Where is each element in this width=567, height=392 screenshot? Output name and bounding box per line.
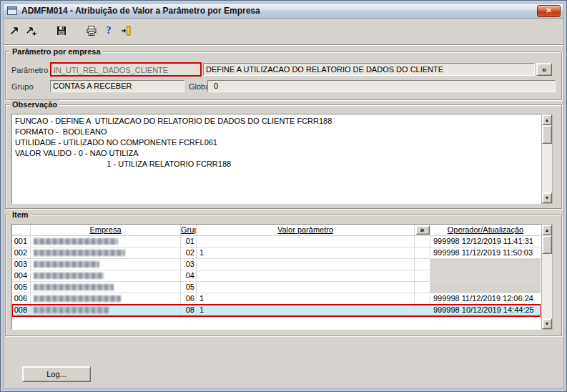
operador-cell — [430, 270, 541, 281]
empresa-redacted — [34, 238, 118, 245]
scroll-up-button[interactable]: ▲ — [542, 225, 552, 235]
row-number: 008 — [12, 305, 31, 315]
grupo-cell[interactable]: 02 — [181, 248, 197, 258]
toolbar-separator — [4, 44, 563, 46]
observacao-textarea[interactable]: FUNCAO - DEFINE A UTILIZACAO DO RELATORI… — [11, 114, 541, 204]
table-row[interactable]: 001 01 999998 12/12/2019 11:41:31 — [12, 236, 541, 248]
global-field[interactable]: 0 — [207, 80, 556, 92]
expand-cell — [415, 259, 430, 270]
column-header-expand: » — [415, 225, 430, 235]
table-row[interactable]: 005 05 — [12, 282, 541, 293]
item-table-header: Empresa Grupo Valor parâmetro » Operador… — [12, 225, 541, 236]
grupo-cell[interactable]: 01 — [181, 236, 197, 247]
column-header-num — [12, 225, 31, 235]
valor-parametro-cell[interactable] — [197, 270, 415, 281]
scroll-down-button[interactable]: ▼ — [542, 318, 552, 329]
scroll-track[interactable] — [542, 125, 552, 192]
empresa-cell[interactable] — [31, 236, 181, 247]
grupo-cell[interactable]: 05 — [181, 282, 197, 293]
observacao-group-title: Observação — [10, 100, 59, 109]
empresa-redacted — [34, 250, 125, 256]
expand-cell — [415, 270, 430, 281]
grupo-cell[interactable]: 06 — [181, 293, 197, 304]
zoom-arrow-icon[interactable] — [6, 23, 22, 39]
column-header-operador: Operador/Atualização — [430, 225, 541, 235]
grupo-field[interactable]: CONTAS A RECEBER — [50, 80, 184, 92]
empresa-cell[interactable] — [31, 305, 181, 315]
scroll-thumb[interactable] — [542, 125, 552, 144]
table-row[interactable]: 004 04 — [12, 270, 541, 282]
valor-parametro-cell[interactable]: 1 — [197, 248, 415, 258]
empresa-cell[interactable] — [31, 270, 181, 281]
operador-cell — [430, 282, 541, 293]
scroll-track[interactable] — [542, 235, 552, 318]
scroll-thumb[interactable] — [542, 235, 552, 254]
observacao-scrollbar[interactable]: ▲ ▼ — [541, 114, 553, 204]
item-scrollbar[interactable]: ▲ ▼ — [541, 224, 553, 330]
empresa-redacted — [34, 261, 99, 268]
empresa-cell[interactable] — [31, 282, 181, 293]
row-number: 006 — [12, 293, 31, 304]
titlebar: ADMFM014 - Atribuição de Valor a Parâmet… — [3, 3, 564, 19]
item-group: Item Empresa Grupo Valor parâmetro » Ope… — [5, 215, 562, 336]
add-record-icon[interactable] — [24, 23, 39, 39]
close-button[interactable]: ✕ — [537, 5, 561, 17]
table-row[interactable]: 006 06 1 999998 11/12/2019 12:06:24 — [12, 293, 541, 305]
empresa-cell[interactable] — [31, 248, 181, 258]
empresa-cell[interactable] — [31, 259, 181, 270]
help-icon[interactable]: ? — [101, 23, 117, 39]
save-icon[interactable] — [54, 23, 69, 39]
grupo-cell[interactable]: 04 — [181, 270, 197, 281]
parametro-group: Parâmetro por empresa Parâmetro IN_UTI_R… — [5, 52, 562, 100]
client-area: ? Parâmetro por empresa Parâmetro IN_UTI… — [3, 19, 564, 389]
parametro-descricao-field[interactable]: DEFINE A UTILIZACAO DO RELATORIO DE DADO… — [203, 63, 535, 76]
operador-cell: 999998 11/12/2019 11:50:03 — [430, 248, 541, 258]
row-number: 002 — [12, 248, 31, 258]
log-button[interactable]: Log... — [22, 366, 91, 382]
parametro-input[interactable]: IN_UTI_REL_DADOS_CLIENTE — [50, 62, 202, 77]
expand-cell — [415, 248, 430, 258]
parametro-group-title: Parâmetro por empresa — [10, 47, 103, 57]
toolbar: ? — [6, 21, 134, 40]
observacao-group: Observação FUNCAO - DEFINE A UTILIZACAO … — [5, 104, 562, 209]
table-row[interactable]: 003 03 — [12, 259, 541, 270]
valor-parametro-cell[interactable] — [197, 282, 415, 293]
valor-parametro-cell[interactable]: 1 — [197, 305, 415, 315]
valor-parametro-cell[interactable] — [197, 259, 415, 270]
empresa-redacted — [34, 295, 121, 302]
app-window: ADMFM014 - Atribuição de Valor a Parâmet… — [0, 0, 567, 392]
operador-cell: 999998 10/12/2019 14:44:25 — [430, 305, 541, 315]
valor-parametro-cell[interactable]: 1 — [197, 293, 415, 304]
close-icon: ✕ — [546, 6, 551, 16]
print-icon[interactable] — [84, 23, 99, 39]
grupo-cell[interactable]: 08 — [181, 305, 197, 315]
expand-cell — [415, 282, 430, 293]
column-header-grupo: Grupo — [181, 225, 197, 235]
operador-cell: 999998 11/12/2019 12:06:24 — [430, 293, 541, 304]
item-table: Empresa Grupo Valor parâmetro » Operador… — [11, 224, 541, 330]
expand-cell — [415, 305, 430, 315]
grupo-label: Grupo — [11, 82, 34, 91]
table-row[interactable]: 002 02 1 999998 11/12/2019 11:50:03 — [12, 248, 541, 259]
empresa-redacted — [34, 273, 104, 279]
valor-parametro-cell[interactable] — [197, 236, 415, 247]
item-table-body: 001 01 999998 12/12/2019 11:41:31 002 02 — [12, 236, 541, 316]
table-row[interactable]: 008 08 1 999998 10/12/2019 14:44:25 — [12, 305, 541, 316]
scroll-up-button[interactable]: ▲ — [542, 114, 552, 125]
operador-cell: 999998 12/12/2019 11:41:31 — [430, 236, 541, 247]
row-number: 005 — [12, 282, 31, 293]
empresa-redacted — [34, 284, 114, 290]
column-header-empresa: Empresa — [31, 225, 181, 235]
operador-cell — [430, 259, 541, 270]
column-header-valor: Valor parâmetro — [197, 225, 415, 235]
scroll-down-button[interactable]: ▼ — [542, 192, 552, 203]
valor-expand-button[interactable]: » — [415, 225, 430, 235]
parametro-expand-button[interactable]: » — [536, 63, 552, 76]
row-number: 004 — [12, 270, 31, 281]
row-number: 001 — [12, 236, 31, 247]
item-group-title: Item — [10, 210, 31, 220]
grupo-cell[interactable]: 03 — [181, 259, 197, 270]
exit-icon[interactable] — [118, 23, 134, 39]
app-icon — [6, 5, 18, 16]
empresa-cell[interactable] — [31, 293, 181, 304]
